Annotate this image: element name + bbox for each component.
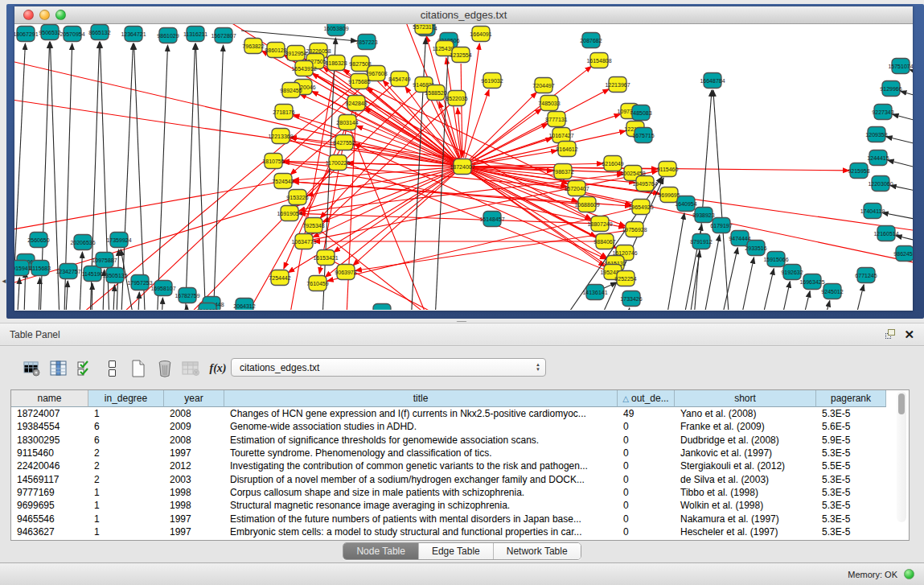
table-mode-icon[interactable] xyxy=(21,357,43,380)
graph-node[interactable]: 11700225 xyxy=(326,155,351,171)
graph-node[interactable]: 1646590 xyxy=(371,304,392,311)
graph-node[interactable]: 1115683 xyxy=(30,261,51,276)
graph-node[interactable]: 15672807 xyxy=(211,28,236,43)
graph-node[interactable]: 8454749 xyxy=(388,72,410,87)
graph-node[interactable]: 10634771 xyxy=(291,234,316,249)
delete-column-icon[interactable] xyxy=(154,357,176,380)
graph-node[interactable]: 2718176 xyxy=(273,105,294,120)
graph-node[interactable]: 9192632 xyxy=(781,265,803,280)
table-row[interactable]: 1938455462009Genome-wide association stu… xyxy=(11,420,909,433)
graph-node[interactable]: 10975887 xyxy=(92,253,117,268)
graph-node[interactable]: 9115460 xyxy=(657,162,679,177)
graph-node[interactable]: 2087682 xyxy=(580,33,602,48)
graph-node[interactable]: 5572317 xyxy=(413,24,434,35)
new-column-icon[interactable] xyxy=(127,357,150,380)
graph-node[interactable]: 8186328 xyxy=(325,56,347,71)
column-header-short[interactable]: short xyxy=(675,390,816,407)
graph-node[interactable]: 7254442 xyxy=(269,270,290,286)
graph-node[interactable]: 19495764 xyxy=(632,176,657,192)
graph-node[interactable]: 9153226 xyxy=(286,190,308,205)
graph-node[interactable]: 1145190 xyxy=(82,266,104,282)
graph-node[interactable]: 2560650 xyxy=(27,233,49,248)
graph-node[interactable]: 1810755 xyxy=(262,154,284,169)
column-header-pagerank[interactable]: pagerank xyxy=(816,390,886,407)
table-row[interactable]: 946362711997Embryonic stem cells: a mode… xyxy=(11,525,909,538)
graph-node[interactable]: 12364721 xyxy=(121,27,146,42)
graph-node[interactable]: 15751074 xyxy=(888,59,913,74)
graph-node[interactable]: 20570954 xyxy=(60,27,84,42)
column-header-title[interactable]: title xyxy=(224,390,618,407)
graph-node[interactable]: 17957253 xyxy=(127,275,152,290)
graph-node[interactable]: 15148457 xyxy=(479,212,504,227)
graph-node[interactable]: 1675715 xyxy=(632,128,654,143)
graph-node[interactable]: 11316211 xyxy=(183,27,207,42)
graph-node[interactable]: 13505135 xyxy=(102,268,127,283)
graph-node[interactable]: 12160514 xyxy=(873,226,898,241)
graph-node[interactable]: 1664091 xyxy=(470,27,491,42)
select-columns-icon[interactable] xyxy=(74,357,97,380)
graph-node[interactable]: 2803144 xyxy=(336,115,358,130)
graph-node[interactable]: 14136141 xyxy=(582,285,607,300)
graph-node[interactable]: 9861029 xyxy=(157,28,179,43)
graph-node[interactable]: 9215958 xyxy=(848,163,869,179)
graph-node[interactable]: 16543912 xyxy=(291,61,316,76)
close-panel-icon[interactable]: ✕ xyxy=(904,329,914,340)
graph-node[interactable]: 8860128 xyxy=(265,43,286,58)
graph-node[interactable]: 7963822 xyxy=(242,39,264,54)
tab-edge-table[interactable]: Edge Table xyxy=(419,543,494,559)
graph-node[interactable]: 9862458 xyxy=(893,246,913,262)
graph-node[interactable]: 16648784 xyxy=(700,73,725,89)
show-column-icon[interactable] xyxy=(47,357,70,380)
graph-node[interactable]: 9884067 xyxy=(593,234,615,249)
graph-node[interactable]: 12342757 xyxy=(55,264,80,279)
graph-node[interactable]: 19654923 xyxy=(628,200,653,215)
graph-node[interactable]: 6771245 xyxy=(855,268,877,283)
graph-node[interactable]: 17404119 xyxy=(860,204,885,219)
delete-table-icon[interactable] xyxy=(180,357,203,380)
graph-node[interactable]: 16782759 xyxy=(175,288,199,303)
graph-node[interactable]: 8164612 xyxy=(556,142,577,157)
tab-network-table[interactable]: Network Table xyxy=(494,543,581,559)
network-canvas[interactable]: 1872400718067291950653220570954866513212… xyxy=(14,24,913,310)
table-row[interactable]: 977716911998Corpus callosum shape and si… xyxy=(11,486,909,499)
graph-node[interactable]: 12213967 xyxy=(605,77,630,93)
graph-node[interactable]: 16963425 xyxy=(799,274,824,290)
graph-node[interactable]: 7925348 xyxy=(302,218,324,233)
graph-node[interactable]: 7986372 xyxy=(552,164,573,179)
graph-node[interactable]: 20206536 xyxy=(70,235,95,250)
network-window-titlebar[interactable]: citations_edges.txt xyxy=(14,6,913,24)
tab-node-table[interactable]: Node Table xyxy=(343,543,419,559)
graph-node[interactable]: 7857223 xyxy=(355,35,377,50)
graph-node[interactable]: 2933516 xyxy=(745,241,766,256)
graph-node[interactable]: 16154808 xyxy=(586,53,611,68)
graph-node[interactable]: 7610459 xyxy=(306,276,328,291)
graph-node[interactable]: 18067291 xyxy=(14,27,39,42)
float-panel-icon[interactable] xyxy=(885,329,896,340)
table-row[interactable]: 969969511998Structural magnetic resonanc… xyxy=(11,499,909,512)
graph-node[interactable]: 6179197 xyxy=(710,218,732,233)
graph-node[interactable]: 18724007 xyxy=(450,159,474,175)
row-height-icon[interactable] xyxy=(101,357,123,380)
graph-node[interactable]: 1209358 xyxy=(865,127,887,142)
graph-node[interactable]: 8938923 xyxy=(692,208,714,223)
graph-node[interactable]: 9129966 xyxy=(880,81,901,97)
graph-node[interactable]: 3915941 xyxy=(14,261,31,276)
graph-node[interactable]: 7485033 xyxy=(538,96,560,111)
graph-node[interactable]: 17359924 xyxy=(106,233,131,248)
table-row[interactable]: 911546021997Tourette syndrome. Phenomeno… xyxy=(11,447,909,459)
graph-node[interactable]: 1232554 xyxy=(450,47,471,63)
graph-node[interactable]: 8791912 xyxy=(690,234,712,249)
column-header-name[interactable]: name xyxy=(11,390,88,407)
graph-node[interactable]: 7524542 xyxy=(272,174,294,189)
memory-status-indicator[interactable] xyxy=(904,569,914,579)
graph-node[interactable]: 18807249 xyxy=(587,216,612,232)
graph-node[interactable]: 10167427 xyxy=(548,128,573,143)
graph-node[interactable]: 9619032 xyxy=(481,73,503,89)
graph-node[interactable]: 9242848 xyxy=(345,96,367,111)
graph-node[interactable]: 9245012 xyxy=(821,284,843,299)
graph-node[interactable]: 9892455 xyxy=(280,83,302,98)
graph-node[interactable]: 2064312 xyxy=(233,299,255,311)
table-row[interactable]: 1456911722003Disruption of a novel membe… xyxy=(11,472,909,485)
graph-node[interactable]: 6216049 xyxy=(602,156,623,171)
column-header-in_degree[interactable]: in_degree xyxy=(88,390,164,407)
